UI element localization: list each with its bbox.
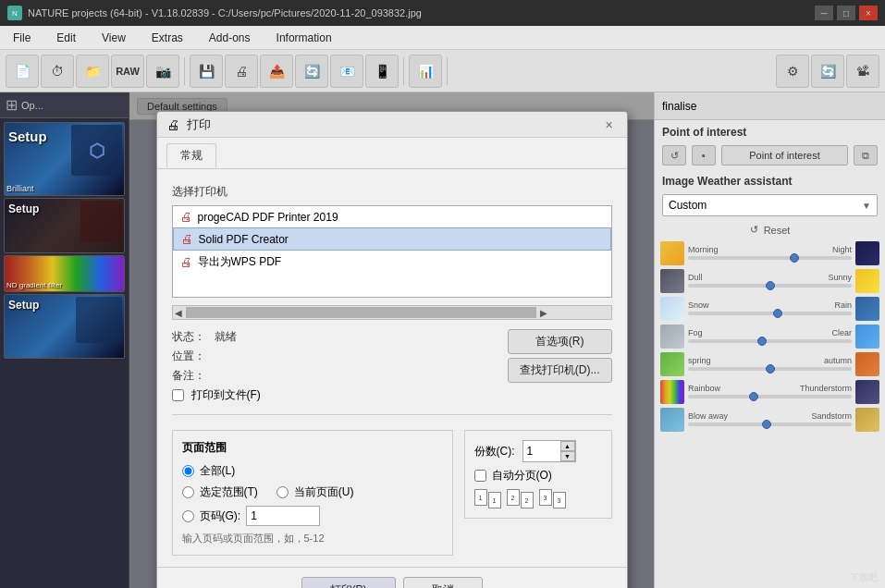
thumb-dark[interactable]: Setup bbox=[4, 198, 125, 253]
rainbow-thunder-slider: Rainbow Thunderstorm bbox=[688, 384, 852, 400]
history-button[interactable]: ⏱ bbox=[41, 55, 74, 88]
comment-label: 备注： bbox=[172, 368, 209, 384]
weather-preset-dropdown[interactable]: Custom ▼ bbox=[662, 194, 878, 216]
print-button[interactable]: 🖨 bbox=[225, 55, 258, 88]
minimize-button[interactable]: ─ bbox=[815, 6, 833, 20]
transfer-button[interactable]: 🔄 bbox=[295, 55, 328, 88]
night-label: Night bbox=[832, 245, 852, 254]
thumbnail-grid: Setup ⬡ Brilliant Setup ND gradient filt… bbox=[0, 118, 129, 362]
spring-label: spring bbox=[688, 356, 711, 365]
scroll-right[interactable]: ▶ bbox=[538, 308, 549, 318]
clear-label: Clear bbox=[831, 328, 852, 337]
dull-icon bbox=[660, 269, 684, 293]
blowaway-sandstorm-thumb[interactable] bbox=[762, 420, 771, 429]
camera-button[interactable]: 📷 bbox=[146, 55, 179, 88]
window-controls: ─ □ × bbox=[815, 6, 878, 20]
page-number-input[interactable] bbox=[246, 506, 320, 526]
print-button-dialog[interactable]: 打印(P) bbox=[301, 577, 396, 588]
reset-row[interactable]: ↺ Reset bbox=[655, 220, 885, 239]
poi-rotate-button[interactable]: ↺ bbox=[662, 145, 686, 165]
dull-sunny-slider: Dull Sunny bbox=[688, 273, 852, 289]
dialog-overlay: 🖨 打印 × 常规 选择打印机 🖨 progeCAD PDF bbox=[129, 92, 654, 588]
snow-rain-labels: Snow Rain bbox=[688, 300, 852, 310]
page-range-title: 页面范围 bbox=[182, 440, 443, 456]
copies-input[interactable] bbox=[523, 441, 560, 461]
thunderstorm-icon bbox=[855, 380, 879, 404]
dull-label: Dull bbox=[688, 273, 703, 282]
copies-decrement[interactable]: ▼ bbox=[560, 451, 575, 461]
thumb-brilliant[interactable]: Setup ⬡ Brilliant bbox=[4, 122, 125, 196]
mobile-button[interactable]: 📱 bbox=[365, 55, 399, 88]
spring-autumn-track[interactable] bbox=[688, 367, 852, 371]
cancel-button-dialog[interactable]: 取消 bbox=[403, 577, 483, 588]
new-button[interactable]: 📄 bbox=[6, 55, 39, 88]
rainbow-thunder-thumb[interactable] bbox=[749, 392, 758, 401]
fog-clear-slider: Fog Clear bbox=[688, 328, 852, 345]
collate-checkbox[interactable] bbox=[474, 470, 486, 482]
spring-autumn-thumb[interactable] bbox=[766, 364, 775, 374]
close-button[interactable]: × bbox=[859, 6, 878, 20]
left-panel-tab-label: Op... bbox=[21, 100, 43, 111]
menu-extras[interactable]: Extras bbox=[139, 26, 196, 49]
preferences-button[interactable]: 首选项(R) bbox=[508, 329, 612, 354]
raw-button[interactable]: RAW bbox=[111, 55, 144, 88]
horizontal-scrollbar[interactable]: ◀ ▶ bbox=[172, 305, 612, 320]
dialog-tab-general[interactable]: 常规 bbox=[166, 143, 216, 168]
menu-edit[interactable]: Edit bbox=[43, 26, 89, 49]
email-button[interactable]: 📧 bbox=[330, 55, 363, 88]
pages-radio[interactable] bbox=[182, 510, 194, 522]
export-button[interactable]: 📤 bbox=[260, 55, 293, 88]
menu-information[interactable]: Information bbox=[264, 26, 345, 49]
printer-item-2[interactable]: 🖨 Solid PDF Creator bbox=[173, 227, 611, 251]
scroll-left[interactable]: ◀ bbox=[173, 308, 184, 318]
settings-button[interactable]: ⚙ bbox=[776, 55, 809, 88]
rainbow-thunder-track[interactable] bbox=[688, 395, 852, 398]
printer-name-3: 导出为WPS PDF bbox=[198, 254, 282, 270]
thumb-gradient[interactable]: ND gradient filter bbox=[4, 255, 125, 292]
selection-radio[interactable] bbox=[182, 486, 194, 498]
slideshow-button[interactable]: 📽 bbox=[846, 55, 879, 88]
right-panel: finalise Point of interest ↺ ▪ Point of … bbox=[654, 92, 885, 588]
save-button[interactable]: 💾 bbox=[190, 55, 223, 88]
menu-view[interactable]: View bbox=[89, 26, 139, 49]
dialog-tabs: 常规 bbox=[157, 138, 627, 169]
printer-name-2: Solid PDF Creator bbox=[199, 233, 289, 246]
find-printer-button[interactable]: 查找打印机(D)... bbox=[508, 358, 612, 383]
morning-night-thumb[interactable] bbox=[790, 253, 799, 263]
left-panel-header: ⊞ Op... bbox=[0, 92, 129, 118]
menu-file[interactable]: File bbox=[0, 26, 43, 49]
location-row: 位置： bbox=[172, 349, 497, 364]
poi-label-button[interactable]: Point of interest bbox=[721, 145, 848, 165]
dialog-close-button[interactable]: × bbox=[601, 116, 618, 133]
thumb-setup2[interactable]: Setup bbox=[4, 294, 125, 359]
dull-sunny-thumb[interactable] bbox=[766, 281, 775, 290]
fog-clear-track[interactable] bbox=[688, 339, 852, 343]
finalise-label: finalise bbox=[662, 100, 696, 113]
dull-sunny-track[interactable] bbox=[688, 284, 852, 288]
print-to-file-checkbox[interactable] bbox=[172, 389, 184, 401]
snow-rain-track[interactable] bbox=[688, 312, 852, 315]
menu-addons[interactable]: Add-ons bbox=[196, 26, 264, 49]
location-label: 位置： bbox=[172, 349, 209, 364]
dialog-titlebar: 🖨 打印 × bbox=[157, 112, 627, 138]
comment-row: 备注： bbox=[172, 368, 497, 384]
printer-item-1[interactable]: 🖨 progeCAD PDF Printer 2019 bbox=[173, 206, 611, 227]
night-icon bbox=[855, 241, 879, 265]
copies-increment[interactable]: ▲ bbox=[560, 441, 575, 451]
refresh-button[interactable]: 🔄 bbox=[811, 55, 844, 88]
fog-clear-thumb[interactable] bbox=[757, 337, 767, 346]
histogram-button[interactable]: 📊 bbox=[409, 55, 442, 88]
printer-icon-3: 🖨 bbox=[180, 255, 192, 269]
poi-square-button[interactable]: ▪ bbox=[692, 145, 716, 165]
snow-rain-thumb[interactable] bbox=[773, 309, 782, 318]
scrollbar-thumb[interactable] bbox=[186, 307, 536, 318]
open-button[interactable]: 📁 bbox=[76, 55, 109, 88]
morning-night-track[interactable] bbox=[688, 256, 852, 260]
blowaway-sandstorm-track[interactable] bbox=[688, 423, 852, 426]
printer-item-3[interactable]: 🖨 导出为WPS PDF bbox=[173, 251, 611, 274]
all-pages-radio[interactable] bbox=[182, 465, 194, 477]
rain-label: Rain bbox=[834, 300, 852, 310]
maximize-button[interactable]: □ bbox=[837, 6, 855, 20]
current-page-radio[interactable] bbox=[277, 486, 289, 498]
poi-copy-button[interactable]: ⧉ bbox=[854, 145, 878, 165]
